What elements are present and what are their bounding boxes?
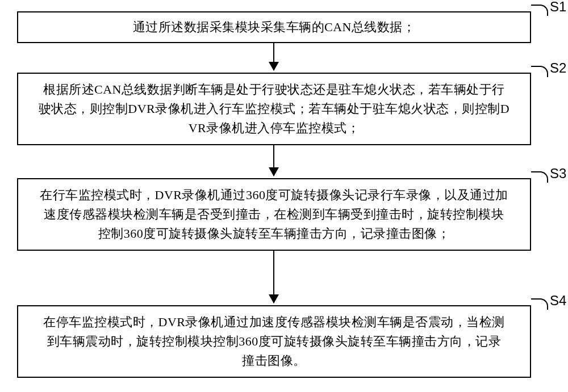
- step-label-s4: S4: [550, 293, 566, 309]
- label-connector-s4: [531, 298, 548, 310]
- step-box-s3: 在行车监控模式时，DVR录像机通过360度可旋转摄像头记录行车录像，以及通过加 …: [17, 178, 531, 251]
- flowchart-canvas: 通过所述数据采集模块采集车辆的CAN总线数据； S1 根据所述CAN总线数据判断…: [0, 0, 568, 392]
- label-connector-s3: [531, 171, 548, 183]
- step-text-s3: 在行车监控模式时，DVR录像机通过360度可旋转摄像头记录行车录像，以及通过加 …: [40, 186, 508, 243]
- step-label-s2: S2: [550, 60, 566, 76]
- step-label-s3: S3: [550, 166, 566, 182]
- label-connector-s2: [531, 66, 548, 77]
- label-connector-s1: [531, 5, 548, 16]
- step-text-s1: 通过所述数据采集模块采集车辆的CAN总线数据；: [133, 18, 416, 37]
- step-label-s1: S1: [550, 0, 566, 15]
- step-text-s4: 在停车监控模式时，DVR录像机通过加速度传感器模块检测车辆是否震动，当检测 到车…: [43, 313, 505, 370]
- step-box-s1: 通过所述数据采集模块采集车辆的CAN总线数据；: [17, 11, 531, 43]
- step-text-s2: 根据所述CAN总线数据判断车辆是处于行驶状态还是驻车熄火状态，若车辆处于行 驶状…: [39, 80, 509, 138]
- step-box-s2: 根据所述CAN总线数据判断车辆是处于行驶状态还是驻车熄火状态，若车辆处于行 驶状…: [17, 73, 531, 145]
- step-box-s4: 在停车监控模式时，DVR录像机通过加速度传感器模块检测车辆是否震动，当检测 到车…: [17, 305, 531, 378]
